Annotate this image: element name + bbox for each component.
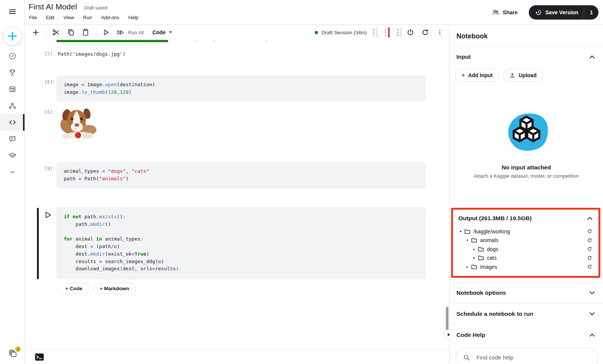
more-options-kebab-icon[interactable]	[435, 27, 445, 37]
expand-caret-icon[interactable]: ▾	[464, 238, 470, 242]
add-input-button[interactable]: + Add Input	[455, 69, 499, 82]
sidebar-item-more[interactable]	[0, 164, 24, 180]
cut-cell-button[interactable]	[51, 27, 61, 37]
expand-caret-icon[interactable]: ▾	[458, 230, 464, 233]
add-cell-button[interactable]	[31, 27, 41, 37]
session-status[interactable]: Draft Session (34m)	[315, 30, 367, 35]
hamburger-menu-icon[interactable]	[8, 7, 17, 16]
execution-count: [8]:	[44, 166, 57, 171]
meter-ram: R A M	[397, 27, 402, 38]
tree-node-label: images	[480, 264, 587, 270]
empty-state-title: No input attached	[450, 164, 603, 171]
chevron-up-icon	[587, 217, 592, 220]
run-all-icon[interactable]	[116, 27, 125, 37]
section-label: Schedule a notebook to run	[456, 311, 533, 317]
cell-4-code-selected: if not path.exists(): path.mkdir() for a…	[24, 207, 449, 279]
refresh-icon[interactable]	[587, 264, 592, 270]
add-code-button[interactable]: + Code	[58, 283, 89, 294]
share-people-icon	[492, 8, 500, 16]
run-cell-button[interactable]	[45, 212, 52, 218]
chevron-down-icon	[589, 291, 595, 294]
output-section-header[interactable]: Output (261.3MB / 19.5GB)	[453, 210, 598, 227]
run-all-label[interactable]: Run All	[128, 30, 144, 35]
cell-0-text-output: [5]:Path('images/dogs.jpg')	[24, 50, 449, 58]
menu-run[interactable]: Run	[83, 15, 92, 20]
paste-cell-button[interactable]	[81, 27, 90, 37]
cell-gutter: [8]:	[24, 162, 57, 171]
execution-count: [6]:	[44, 79, 57, 85]
cell-1-code: [6]:image = Image.open(destination)image…	[24, 76, 449, 102]
power-button[interactable]	[406, 27, 415, 37]
cpu-usage-bar	[388, 27, 390, 38]
panel-collapse-button[interactable]	[444, 329, 454, 340]
code-cell-editor[interactable]: if not path.exists(): path.mkdir() for a…	[57, 207, 426, 279]
tree-node-kaggle-working[interactable]: ▾ /kaggle/working	[453, 227, 598, 236]
folder-icon	[478, 247, 484, 252]
upload-icon	[509, 72, 516, 79]
empty-state-subtitle: Attach a Kaggle dataset, model, or compe…	[450, 173, 603, 179]
events-badge: 1	[15, 346, 21, 352]
restart-session-button[interactable]	[420, 27, 430, 37]
chevron-up-icon	[589, 55, 595, 58]
menu-view[interactable]: View	[63, 15, 74, 20]
sidebar-item-code[interactable]	[0, 114, 24, 131]
add-markdown-button[interactable]: + Markdown	[93, 283, 136, 294]
folder-icon	[464, 229, 470, 234]
refresh-icon[interactable]	[587, 228, 592, 234]
create-button[interactable]	[3, 27, 21, 45]
sidebar-item-home[interactable]	[0, 48, 24, 64]
notebook-side-panel: Notebook Input + Add Input Upload	[449, 24, 603, 364]
sidebar-item-models[interactable]	[0, 97, 24, 114]
dropdown-caret-icon	[169, 31, 172, 34]
menu-help[interactable]: Help	[129, 15, 139, 20]
plus-icon: +	[461, 72, 465, 79]
input-section-header[interactable]: Input	[450, 47, 603, 67]
section-schedule-a-notebook-to-run[interactable]: Schedule a notebook to run	[450, 303, 603, 324]
code-help-input[interactable]	[476, 354, 594, 361]
active-events-button[interactable]: 1	[8, 349, 18, 359]
tree-node-label: dogs	[487, 246, 587, 252]
refresh-icon[interactable]	[587, 246, 592, 252]
meter-divider	[381, 28, 381, 37]
tree-node-dogs[interactable]: ▸ dogs	[453, 245, 598, 254]
sidebar-item-discussions[interactable]	[0, 131, 24, 147]
meter-divider	[393, 28, 393, 37]
folder-icon	[478, 255, 484, 260]
cell-type-dropdown[interactable]: Code	[152, 29, 172, 35]
models-network-icon	[8, 102, 17, 110]
refresh-icon[interactable]	[587, 255, 592, 261]
sidebar-nav	[0, 48, 24, 180]
copy-cell-button[interactable]	[66, 27, 76, 37]
version-count[interactable]: 1	[584, 5, 598, 20]
left-sidebar: 1	[0, 0, 25, 364]
sidebar-item-learn[interactable]	[0, 147, 24, 164]
expand-caret-icon[interactable]: ▸	[471, 247, 477, 251]
section-code-help[interactable]: Code Help	[450, 324, 603, 346]
menu-bar: FileEditViewRunAdd-onsHelp	[29, 15, 138, 20]
menu-add-ons[interactable]: Add-ons	[101, 15, 119, 20]
sidebar-item-competitions[interactable]	[0, 64, 24, 81]
share-button[interactable]: Share	[492, 8, 517, 16]
meter-cpu: C P U	[385, 27, 390, 38]
menu-edit[interactable]: Edit	[46, 15, 54, 20]
expand-caret-icon[interactable]: ▸	[464, 265, 470, 269]
sidebar-item-datasets[interactable]	[0, 81, 24, 97]
upload-button[interactable]: Upload	[503, 69, 543, 82]
code-cell-editor[interactable]: image = Image.open(destination)image.to_…	[57, 76, 426, 102]
tree-node-images[interactable]: ▸ images	[453, 262, 598, 271]
expand-caret-icon[interactable]: ▸	[471, 256, 477, 260]
code-cell-editor[interactable]: animal_types = "dogs", "cats"path = Path…	[57, 162, 426, 188]
run-cell-toolbar-button[interactable]	[101, 27, 111, 37]
tree-node-animals[interactable]: ▾ animals	[453, 236, 598, 245]
tree-node-cats[interactable]: ▸ cats	[453, 254, 598, 263]
notebook-title[interactable]: First AI Model	[29, 2, 77, 11]
terminal-icon[interactable]	[35, 353, 44, 361]
code-help-search[interactable]	[456, 348, 598, 364]
top-header: First AI Model Draft saved FileEditViewR…	[24, 0, 603, 25]
refresh-icon[interactable]	[587, 238, 592, 243]
folder-icon	[471, 238, 477, 243]
menu-file[interactable]: File	[29, 15, 37, 20]
notebook-toolbar: Run All Code Draft Session (34m) H D DC …	[24, 24, 449, 40]
section-notebook-options[interactable]: Notebook options	[450, 282, 603, 303]
save-version-button[interactable]: Save Version 1	[529, 5, 598, 20]
